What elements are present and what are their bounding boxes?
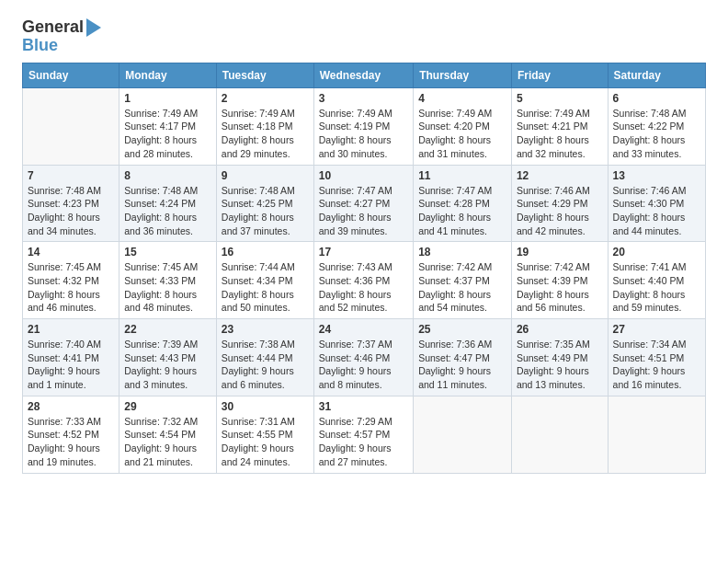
calendar-cell: 5Sunrise: 7:49 AM Sunset: 4:21 PM Daylig… bbox=[511, 87, 608, 165]
day-info: Sunrise: 7:42 AM Sunset: 4:39 PM Dayligh… bbox=[517, 260, 603, 315]
calendar-cell: 17Sunrise: 7:43 AM Sunset: 4:36 PM Dayli… bbox=[313, 242, 413, 319]
day-number: 30 bbox=[222, 400, 309, 413]
day-info: Sunrise: 7:31 AM Sunset: 4:55 PM Dayligh… bbox=[222, 415, 309, 469]
day-number: 23 bbox=[222, 323, 309, 336]
calendar-cell: 4Sunrise: 7:49 AM Sunset: 4:20 PM Daylig… bbox=[414, 87, 512, 165]
day-number: 7 bbox=[28, 169, 114, 182]
col-header-friday: Friday bbox=[511, 63, 608, 87]
day-number: 29 bbox=[124, 400, 211, 413]
calendar-cell: 24Sunrise: 7:37 AM Sunset: 4:46 PM Dayli… bbox=[313, 319, 413, 396]
calendar-week-row: 21Sunrise: 7:40 AM Sunset: 4:41 PM Dayli… bbox=[23, 319, 706, 396]
calendar-week-row: 1Sunrise: 7:49 AM Sunset: 4:17 PM Daylig… bbox=[23, 87, 706, 165]
calendar-cell: 3Sunrise: 7:49 AM Sunset: 4:19 PM Daylig… bbox=[313, 87, 413, 165]
col-header-wednesday: Wednesday bbox=[313, 63, 413, 87]
day-info: Sunrise: 7:49 AM Sunset: 4:19 PM Dayligh… bbox=[319, 107, 408, 161]
day-info: Sunrise: 7:41 AM Sunset: 4:40 PM Dayligh… bbox=[613, 260, 700, 315]
day-number: 2 bbox=[222, 92, 309, 105]
calendar-cell: 21Sunrise: 7:40 AM Sunset: 4:41 PM Dayli… bbox=[23, 319, 119, 396]
calendar-cell: 1Sunrise: 7:49 AM Sunset: 4:17 PM Daylig… bbox=[119, 87, 217, 165]
col-header-saturday: Saturday bbox=[608, 63, 705, 87]
day-number: 28 bbox=[28, 400, 114, 413]
calendar-week-row: 14Sunrise: 7:45 AM Sunset: 4:32 PM Dayli… bbox=[23, 242, 706, 319]
calendar-cell: 22Sunrise: 7:39 AM Sunset: 4:43 PM Dayli… bbox=[119, 319, 217, 396]
day-info: Sunrise: 7:47 AM Sunset: 4:27 PM Dayligh… bbox=[319, 184, 408, 238]
day-info: Sunrise: 7:45 AM Sunset: 4:32 PM Dayligh… bbox=[28, 260, 114, 315]
day-info: Sunrise: 7:33 AM Sunset: 4:52 PM Dayligh… bbox=[28, 415, 114, 469]
day-info: Sunrise: 7:49 AM Sunset: 4:18 PM Dayligh… bbox=[222, 107, 309, 161]
day-info: Sunrise: 7:40 AM Sunset: 4:41 PM Dayligh… bbox=[28, 338, 114, 392]
day-number: 11 bbox=[418, 169, 506, 182]
calendar-week-row: 28Sunrise: 7:33 AM Sunset: 4:52 PM Dayli… bbox=[23, 396, 706, 473]
day-info: Sunrise: 7:47 AM Sunset: 4:28 PM Dayligh… bbox=[418, 184, 506, 238]
calendar-cell: 10Sunrise: 7:47 AM Sunset: 4:27 PM Dayli… bbox=[313, 165, 413, 242]
day-number: 12 bbox=[517, 169, 603, 182]
calendar-cell bbox=[23, 87, 119, 165]
calendar-cell: 7Sunrise: 7:48 AM Sunset: 4:23 PM Daylig… bbox=[23, 165, 119, 242]
calendar-cell: 28Sunrise: 7:33 AM Sunset: 4:52 PM Dayli… bbox=[23, 396, 119, 473]
calendar-cell: 23Sunrise: 7:38 AM Sunset: 4:44 PM Dayli… bbox=[216, 319, 313, 396]
calendar-cell bbox=[511, 396, 608, 473]
calendar-header-row: SundayMondayTuesdayWednesdayThursdayFrid… bbox=[23, 63, 706, 87]
day-number: 25 bbox=[418, 323, 506, 336]
day-number: 3 bbox=[319, 92, 408, 105]
calendar-cell: 9Sunrise: 7:48 AM Sunset: 4:25 PM Daylig… bbox=[216, 165, 313, 242]
logo-general: General bbox=[22, 18, 84, 37]
calendar-cell: 2Sunrise: 7:49 AM Sunset: 4:18 PM Daylig… bbox=[216, 87, 313, 165]
calendar-cell: 27Sunrise: 7:34 AM Sunset: 4:51 PM Dayli… bbox=[608, 319, 705, 396]
day-number: 18 bbox=[418, 246, 506, 259]
day-number: 14 bbox=[28, 246, 114, 259]
calendar-cell bbox=[414, 396, 512, 473]
calendar-cell: 8Sunrise: 7:48 AM Sunset: 4:24 PM Daylig… bbox=[119, 165, 217, 242]
day-info: Sunrise: 7:44 AM Sunset: 4:34 PM Dayligh… bbox=[222, 260, 309, 315]
day-number: 27 bbox=[613, 323, 700, 336]
logo: General Blue bbox=[22, 18, 101, 55]
day-number: 16 bbox=[222, 246, 309, 259]
day-info: Sunrise: 7:48 AM Sunset: 4:25 PM Dayligh… bbox=[222, 184, 309, 238]
calendar-table: SundayMondayTuesdayWednesdayThursdayFrid… bbox=[22, 63, 706, 474]
day-info: Sunrise: 7:48 AM Sunset: 4:24 PM Dayligh… bbox=[124, 184, 211, 238]
day-number: 19 bbox=[517, 246, 603, 259]
day-info: Sunrise: 7:39 AM Sunset: 4:43 PM Dayligh… bbox=[124, 338, 211, 392]
day-info: Sunrise: 7:46 AM Sunset: 4:30 PM Dayligh… bbox=[613, 184, 700, 238]
col-header-thursday: Thursday bbox=[414, 63, 512, 87]
day-info: Sunrise: 7:32 AM Sunset: 4:54 PM Dayligh… bbox=[124, 415, 211, 469]
day-info: Sunrise: 7:38 AM Sunset: 4:44 PM Dayligh… bbox=[222, 338, 309, 392]
day-number: 1 bbox=[124, 92, 211, 105]
day-info: Sunrise: 7:48 AM Sunset: 4:22 PM Dayligh… bbox=[613, 107, 700, 161]
day-number: 26 bbox=[517, 323, 603, 336]
day-number: 17 bbox=[319, 246, 408, 259]
calendar-cell: 30Sunrise: 7:31 AM Sunset: 4:55 PM Dayli… bbox=[216, 396, 313, 473]
day-info: Sunrise: 7:46 AM Sunset: 4:29 PM Dayligh… bbox=[517, 184, 603, 238]
calendar-cell: 6Sunrise: 7:48 AM Sunset: 4:22 PM Daylig… bbox=[608, 87, 705, 165]
calendar-cell: 14Sunrise: 7:45 AM Sunset: 4:32 PM Dayli… bbox=[23, 242, 119, 319]
day-number: 15 bbox=[124, 246, 211, 259]
day-info: Sunrise: 7:49 AM Sunset: 4:17 PM Dayligh… bbox=[124, 107, 211, 161]
calendar-week-row: 7Sunrise: 7:48 AM Sunset: 4:23 PM Daylig… bbox=[23, 165, 706, 242]
day-number: 31 bbox=[319, 400, 408, 413]
calendar-cell: 18Sunrise: 7:42 AM Sunset: 4:37 PM Dayli… bbox=[414, 242, 512, 319]
day-info: Sunrise: 7:37 AM Sunset: 4:46 PM Dayligh… bbox=[319, 338, 408, 392]
day-number: 24 bbox=[319, 323, 408, 336]
logo-blue: Blue bbox=[22, 37, 58, 55]
calendar-cell: 12Sunrise: 7:46 AM Sunset: 4:29 PM Dayli… bbox=[511, 165, 608, 242]
day-number: 10 bbox=[319, 169, 408, 182]
col-header-monday: Monday bbox=[119, 63, 217, 87]
day-info: Sunrise: 7:49 AM Sunset: 4:20 PM Dayligh… bbox=[418, 107, 506, 161]
day-info: Sunrise: 7:49 AM Sunset: 4:21 PM Dayligh… bbox=[517, 107, 603, 161]
calendar-cell: 20Sunrise: 7:41 AM Sunset: 4:40 PM Dayli… bbox=[608, 242, 705, 319]
day-info: Sunrise: 7:35 AM Sunset: 4:49 PM Dayligh… bbox=[517, 338, 603, 392]
day-info: Sunrise: 7:36 AM Sunset: 4:47 PM Dayligh… bbox=[418, 338, 506, 392]
day-number: 20 bbox=[613, 246, 700, 259]
day-number: 6 bbox=[613, 92, 700, 105]
page-header: General Blue bbox=[22, 18, 706, 55]
day-number: 5 bbox=[517, 92, 603, 105]
calendar-cell: 19Sunrise: 7:42 AM Sunset: 4:39 PM Dayli… bbox=[511, 242, 608, 319]
day-number: 8 bbox=[124, 169, 211, 182]
calendar-cell bbox=[608, 396, 705, 473]
day-info: Sunrise: 7:45 AM Sunset: 4:33 PM Dayligh… bbox=[124, 260, 211, 315]
day-number: 13 bbox=[613, 169, 700, 182]
day-info: Sunrise: 7:34 AM Sunset: 4:51 PM Dayligh… bbox=[613, 338, 700, 392]
day-info: Sunrise: 7:42 AM Sunset: 4:37 PM Dayligh… bbox=[418, 260, 506, 315]
day-info: Sunrise: 7:29 AM Sunset: 4:57 PM Dayligh… bbox=[319, 415, 408, 469]
day-number: 9 bbox=[222, 169, 309, 182]
